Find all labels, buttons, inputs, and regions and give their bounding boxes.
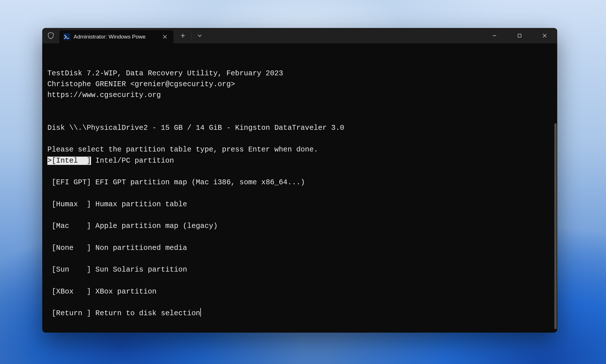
close-button[interactable] [532, 28, 557, 43]
scrollbar-thumb[interactable] [554, 123, 557, 329]
tab-dropdown-button[interactable] [193, 29, 207, 42]
menu-item-mac[interactable]: [Mac ] Apple partition map (legacy) [47, 221, 554, 232]
scrollbar[interactable] [554, 43, 557, 331]
menu-item-humax[interactable]: [Humax ] Humax partition table [47, 199, 554, 210]
terminal-window: Administrator: Windows Powe [42, 28, 557, 333]
powershell-icon [63, 33, 70, 40]
separator [191, 32, 191, 40]
header-line: Christophe GRENIER <grenier@cgsecurity.o… [47, 80, 235, 88]
menu-item-efi-gpt[interactable]: [EFI GPT] EFI GPT partition map (Mac i38… [47, 177, 554, 188]
titlebar[interactable]: Administrator: Windows Powe [42, 28, 557, 43]
cursor [200, 308, 201, 317]
header-line: TestDisk 7.2-WIP, Data Recovery Utility,… [47, 69, 283, 78]
menu-item-xbox[interactable]: [XBox ] XBox partition [47, 286, 554, 297]
terminal-body[interactable]: TestDisk 7.2-WIP, Data Recovery Utility,… [42, 43, 557, 333]
admin-shield-icon [42, 28, 59, 43]
maximize-button[interactable] [507, 28, 532, 43]
disk-info: Disk \\.\PhysicalDrive2 - 15 GB / 14 GiB… [47, 124, 344, 132]
new-tab-button[interactable] [176, 29, 190, 42]
header-url: https://www.cgsecurity.org [47, 91, 161, 99]
menu-item-none[interactable]: [None ] Non partitioned media [47, 243, 554, 254]
prompt-text: Please select the partition table type, … [47, 145, 318, 154]
tab-title: Administrator: Windows Powe [74, 34, 157, 40]
menu-item-intel[interactable]: >[Intel ] Intel/PC partition [47, 155, 554, 166]
menu-item-sun[interactable]: [Sun ] Sun Solaris partition [47, 264, 554, 275]
menu-item-return[interactable]: [Return ] Return to disk selection [47, 308, 554, 319]
svg-rect-6 [518, 34, 521, 37]
minimize-button[interactable] [482, 28, 507, 43]
tab-active[interactable]: Administrator: Windows Powe [59, 30, 173, 43]
tab-close-button[interactable] [161, 33, 169, 41]
